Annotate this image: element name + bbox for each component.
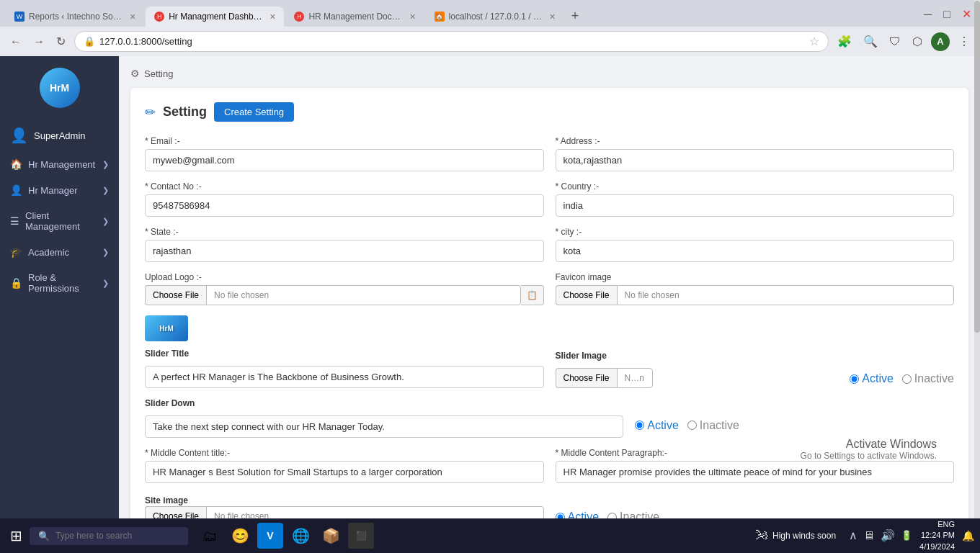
taskbar-search-bar[interactable]: 🔍 xyxy=(30,527,188,545)
middle-content-title-input[interactable] xyxy=(145,461,544,483)
back-button[interactable]: ← xyxy=(7,32,24,51)
menu-dots-icon[interactable]: ⋮ xyxy=(956,32,973,51)
taskbar-system-icons: ∧ 🖥 🔊 🔋 xyxy=(849,529,912,542)
user-name-label: SuperAdmin xyxy=(34,130,86,141)
create-setting-button[interactable]: Create Setting xyxy=(214,102,294,122)
address-label: * Address :- xyxy=(556,136,955,146)
country-group: * Country :- xyxy=(556,181,955,217)
slider-inactive-radio[interactable] xyxy=(902,374,912,384)
sidebar-item-hr-manager[interactable]: 👤 Hr Manager ❯ xyxy=(0,177,119,203)
taskbar-app-vscode[interactable]: V xyxy=(257,523,283,549)
taskbar-app-file-explorer[interactable]: 🗂 xyxy=(197,523,223,549)
chevron-client-management: ❯ xyxy=(102,217,109,226)
site-inactive-radio-label[interactable]: Inactive xyxy=(607,511,659,518)
weather-icon: 🌬 xyxy=(755,528,768,543)
tab-close-hr[interactable]: × xyxy=(270,11,275,22)
slider-down-active-label[interactable]: Active xyxy=(635,419,679,432)
tab-hr-dashboard[interactable]: H Hr Managment Dashboard × xyxy=(146,6,284,27)
favicon-choose-file-button[interactable]: Choose File xyxy=(556,285,617,305)
site-inactive-text: Inactive xyxy=(620,511,659,518)
address-input[interactable] xyxy=(556,149,955,171)
reload-button[interactable]: ↻ xyxy=(53,32,68,51)
slider-down-status: Active Inactive xyxy=(635,405,954,432)
tab-close-localhost[interactable]: × xyxy=(550,11,556,22)
taskbar-chevron-icon[interactable]: ∧ xyxy=(849,529,858,542)
minimize-button[interactable]: ─ xyxy=(921,5,935,24)
chevron-academic: ❯ xyxy=(102,248,109,257)
search-browser-icon[interactable]: 🔍 xyxy=(860,32,881,51)
scrollbar-track[interactable] xyxy=(974,56,980,518)
sidebar-item-academic[interactable]: 🎓 Academic ❯ xyxy=(0,239,119,265)
slider-image-choose-button[interactable]: Choose File xyxy=(556,368,617,388)
academic-icon: 🎓 xyxy=(10,246,22,258)
sidebar-label-hr-management: Hr Management xyxy=(28,159,95,170)
hr-manager-icon: 👤 xyxy=(10,184,22,196)
logo-image: HrM xyxy=(40,68,80,108)
sidebar-item-hr-management[interactable]: 🏠 Hr Management ❯ xyxy=(0,151,119,177)
slider-active-radio[interactable] xyxy=(850,374,859,384)
site-inactive-radio[interactable] xyxy=(607,513,617,519)
star-icon[interactable]: ☆ xyxy=(809,35,819,48)
middle-content-para-input[interactable] xyxy=(556,461,955,483)
taskbar-battery-icon[interactable]: 🔋 xyxy=(901,530,912,541)
contact-group: * Contact No :- xyxy=(145,181,544,217)
site-image-choose-button[interactable]: Choose File xyxy=(145,506,206,518)
weather-text: High winds soon xyxy=(772,531,836,541)
start-button[interactable]: ⊞ xyxy=(6,523,27,549)
taskbar-app-emoji[interactable]: 😊 xyxy=(227,523,253,549)
taskbar-app-terminal[interactable]: ⬛ xyxy=(348,523,374,549)
sidebar-item-role-permissions[interactable]: 🔒 Role & Permissions ❯ xyxy=(0,265,119,301)
taskbar-network-icon[interactable]: 🖥 xyxy=(863,529,875,542)
forward-button[interactable]: → xyxy=(30,32,48,51)
browser-icons: 🧩 🔍 🛡 ⬡ A ⋮ xyxy=(834,32,973,51)
slider-inactive-radio-label[interactable]: Inactive xyxy=(902,372,954,385)
slider-title-input[interactable] xyxy=(145,366,544,388)
logo-copy-button[interactable]: 📋 xyxy=(521,285,544,305)
address-bar[interactable]: 🔒 127.0.0.1:8000/setting ☆ xyxy=(74,31,829,52)
taskbar-notification-icon[interactable]: 🔔 xyxy=(962,530,974,541)
logo-preview: HrM xyxy=(145,315,954,341)
contact-input[interactable] xyxy=(145,194,544,217)
slider-down-active-radio[interactable] xyxy=(635,421,644,430)
slider-active-radio-label[interactable]: Active xyxy=(850,372,894,385)
taskbar-app-browser[interactable]: 🌐 xyxy=(288,523,313,549)
close-window-button[interactable]: ✕ xyxy=(959,4,974,24)
sidebar-item-client-management[interactable]: ☰ Client Management ❯ xyxy=(0,203,119,239)
slider-down-inactive-radio[interactable] xyxy=(687,421,697,430)
site-active-radio-label[interactable]: Active xyxy=(556,511,600,518)
tab-hr-docs[interactable]: H HR Management Documentat… × xyxy=(285,6,424,27)
slider-down-inactive-label[interactable]: Inactive xyxy=(687,419,739,432)
taskbar-app-package[interactable]: 📦 xyxy=(318,523,344,549)
lock-icon: 🔒 xyxy=(84,36,95,47)
tab-close-reports[interactable]: × xyxy=(130,11,135,22)
taskbar-time: 12:24 PM xyxy=(919,530,955,541)
user-avatar-browser[interactable]: A xyxy=(931,32,950,51)
taskbar-date: 4/19/2024 xyxy=(919,541,955,552)
state-input[interactable] xyxy=(145,240,544,262)
slider-down-group: Slider Down xyxy=(145,398,623,438)
taskbar-volume-icon[interactable]: 🔊 xyxy=(881,529,895,542)
chevron-hr-management: ❯ xyxy=(102,160,109,169)
tab-reports[interactable]: W Reports ‹ Intechno Software — × xyxy=(6,6,144,27)
puzzle-icon[interactable]: ⬡ xyxy=(909,32,925,51)
taskbar-clock[interactable]: ENG 12:24 PM 4/19/2024 xyxy=(919,519,955,552)
logo-choose-file-button[interactable]: Choose File xyxy=(145,285,206,305)
tab-favicon-hr: H xyxy=(154,12,164,22)
taskbar-search-input[interactable] xyxy=(55,531,171,541)
tab-close-docs[interactable]: × xyxy=(409,11,415,22)
country-input[interactable] xyxy=(556,194,955,217)
tab-localhost[interactable]: 🏠 localhost / 127.0.0.1 / onlinere… × xyxy=(426,6,564,27)
scrollbar-thumb[interactable] xyxy=(974,56,980,333)
shield-icon[interactable]: 🛡 xyxy=(886,32,904,51)
slider-down-input[interactable] xyxy=(145,415,623,438)
slider-active-label: Active xyxy=(862,372,894,385)
email-input[interactable] xyxy=(145,149,544,171)
slider-inactive-label: Inactive xyxy=(914,372,954,385)
maximize-button[interactable]: □ xyxy=(940,5,953,24)
site-active-radio[interactable] xyxy=(556,513,565,519)
new-tab-button[interactable]: + xyxy=(566,6,585,27)
sidebar-label-academic: Academic xyxy=(28,247,69,258)
city-input[interactable] xyxy=(556,240,955,262)
address-group: * Address :- xyxy=(556,136,955,171)
extensions-icon[interactable]: 🧩 xyxy=(834,32,855,51)
